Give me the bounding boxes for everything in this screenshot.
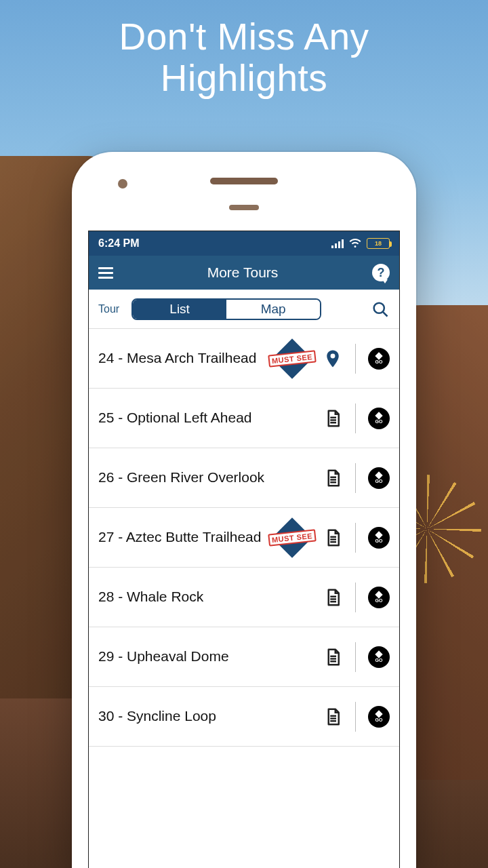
menu-button[interactable] <box>98 267 113 279</box>
document-icon <box>323 468 343 488</box>
divider <box>355 344 356 374</box>
page-title: More Tours <box>113 264 372 281</box>
divider <box>355 642 356 672</box>
navigate-icon <box>375 531 382 538</box>
location-pin-button[interactable] <box>323 349 343 369</box>
navigate-icon <box>375 710 382 717</box>
document-icon <box>323 647 343 667</box>
tab-list[interactable]: List <box>133 300 226 319</box>
battery-icon: 18 <box>367 238 390 249</box>
list-item[interactable]: 28 - Whale Rock GO <box>89 568 399 627</box>
list-item-title: 29 - Upheaval Dome <box>98 648 316 665</box>
document-icon <box>323 408 343 429</box>
svg-point-0 <box>374 302 384 313</box>
search-button[interactable] <box>371 300 390 319</box>
go-button[interactable]: GO <box>368 467 390 489</box>
details-button[interactable] <box>323 647 343 667</box>
list-item[interactable]: 30 - Syncline Loop GO <box>89 687 399 747</box>
app-bar: More Tours ? <box>89 256 399 290</box>
status-bar: 6:24 PM 18 <box>89 231 399 256</box>
details-button[interactable] <box>323 408 343 429</box>
list-item[interactable]: 26 - Green River Overlook GO <box>89 448 399 508</box>
navigate-icon <box>375 591 382 598</box>
go-button[interactable]: GO <box>368 587 390 608</box>
navigate-icon <box>375 412 382 419</box>
promo-headline-line1: Don't Miss Any <box>119 16 369 58</box>
navigate-icon <box>375 471 382 479</box>
divider <box>355 583 356 612</box>
status-time: 6:24 PM <box>98 237 139 250</box>
help-button[interactable]: ? <box>372 264 390 281</box>
document-icon <box>323 528 343 548</box>
search-icon <box>371 300 390 319</box>
go-button[interactable]: GO <box>368 348 390 370</box>
status-icons: 18 <box>331 237 390 250</box>
list-item-title: 30 - Syncline Loop <box>98 707 316 725</box>
app-screen: 6:24 PM 18 More Tours ? Tour List <box>88 231 400 868</box>
wifi-icon <box>349 237 361 250</box>
sub-header: Tour List Map <box>89 290 399 329</box>
must-see-badge: MUST SEE <box>268 340 316 377</box>
divider <box>355 702 356 732</box>
list-item[interactable]: 25 - Optional Left Ahead GO <box>89 389 399 448</box>
divider <box>355 523 356 553</box>
go-button[interactable]: GO <box>368 706 390 728</box>
navigate-icon <box>375 352 382 359</box>
tour-label: Tour <box>98 303 119 315</box>
list-item-title: 24 - Mesa Arch Trailhead <box>98 349 262 367</box>
list-item[interactable]: 27 - Aztec Butte TrailheadMUST SEE GO <box>89 508 399 568</box>
promo-headline-line2: Highlights <box>161 57 328 99</box>
must-see-text: MUST SEE <box>268 350 316 367</box>
promo-headline: Don't Miss Any Highlights <box>0 16 488 98</box>
must-see-text: MUST SEE <box>268 529 316 546</box>
divider <box>355 403 356 433</box>
tour-list[interactable]: 24 - Mesa Arch TrailheadMUST SEE GO25 - … <box>89 329 399 747</box>
battery-percent: 18 <box>375 240 382 247</box>
svg-line-1 <box>383 312 387 316</box>
details-button[interactable] <box>323 528 343 548</box>
list-item-title: 26 - Green River Overlook <box>98 469 316 486</box>
phone-frame: 6:24 PM 18 More Tours ? Tour List <box>72 152 416 868</box>
list-item-title: 27 - Aztec Butte Trailhead <box>98 528 262 546</box>
phone-speaker-icon <box>210 178 278 184</box>
divider <box>355 463 356 493</box>
details-button[interactable] <box>323 468 343 488</box>
go-button[interactable]: GO <box>368 527 390 549</box>
must-see-badge: MUST SEE <box>268 519 316 556</box>
list-item[interactable]: 24 - Mesa Arch TrailheadMUST SEE GO <box>89 329 399 389</box>
details-button[interactable] <box>323 707 343 727</box>
view-toggle: List Map <box>131 298 321 320</box>
help-icon: ? <box>378 266 385 280</box>
document-icon <box>323 707 343 727</box>
navigate-icon <box>375 650 382 658</box>
location-pin-icon <box>323 349 343 369</box>
phone-speaker-small-icon <box>229 205 259 210</box>
list-item-title: 28 - Whale Rock <box>98 588 316 606</box>
document-icon <box>323 587 343 608</box>
go-button[interactable]: GO <box>368 646 390 668</box>
signal-icon <box>331 239 344 248</box>
list-item[interactable]: 29 - Upheaval Dome GO <box>89 627 399 687</box>
list-item-title: 25 - Optional Left Ahead <box>98 409 316 427</box>
go-button[interactable]: GO <box>368 408 390 429</box>
details-button[interactable] <box>323 587 343 608</box>
tab-map[interactable]: Map <box>226 300 320 319</box>
